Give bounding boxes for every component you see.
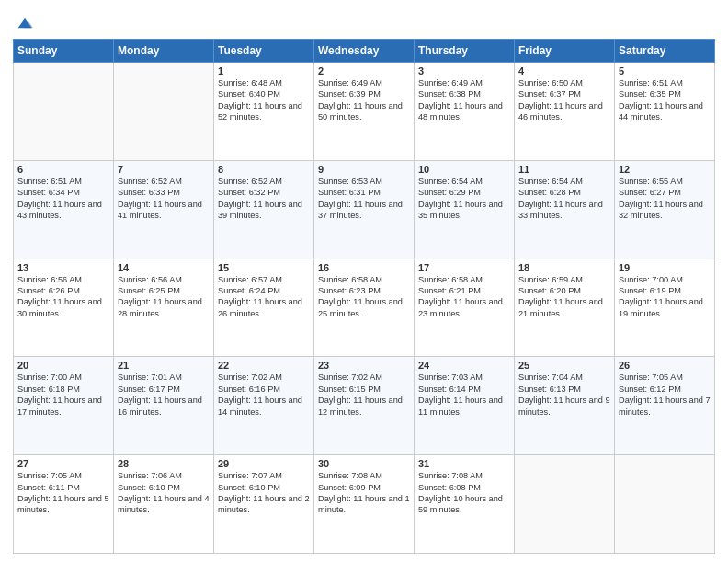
cell-info: Sunrise: 6:56 AM Sunset: 6:25 PM Dayligh… xyxy=(118,274,210,320)
cell-info: Sunrise: 7:02 AM Sunset: 6:16 PM Dayligh… xyxy=(218,372,310,418)
cell-info: Sunrise: 6:51 AM Sunset: 6:34 PM Dayligh… xyxy=(17,176,109,222)
day-header-thursday: Thursday xyxy=(415,40,515,63)
day-number: 11 xyxy=(518,164,610,175)
day-number: 24 xyxy=(418,360,510,371)
cell-info: Sunrise: 6:52 AM Sunset: 6:33 PM Dayligh… xyxy=(118,176,210,222)
week-row-3: 13Sunrise: 6:56 AM Sunset: 6:26 PM Dayli… xyxy=(14,259,715,357)
calendar-cell: 2Sunrise: 6:49 AM Sunset: 6:39 PM Daylig… xyxy=(314,63,415,161)
cell-info: Sunrise: 6:49 AM Sunset: 6:39 PM Dayligh… xyxy=(318,77,410,123)
calendar-cell: 1Sunrise: 6:48 AM Sunset: 6:40 PM Daylig… xyxy=(214,63,314,161)
calendar-cell: 17Sunrise: 6:58 AM Sunset: 6:21 PM Dayli… xyxy=(415,259,515,357)
day-header-tuesday: Tuesday xyxy=(214,40,314,63)
week-row-4: 20Sunrise: 7:00 AM Sunset: 6:18 PM Dayli… xyxy=(14,357,715,455)
day-header-monday: Monday xyxy=(114,40,214,63)
day-number: 30 xyxy=(318,458,410,469)
day-number: 8 xyxy=(218,164,310,175)
calendar-cell: 8Sunrise: 6:52 AM Sunset: 6:32 PM Daylig… xyxy=(214,160,314,259)
day-number: 19 xyxy=(619,262,711,273)
week-row-5: 27Sunrise: 7:05 AM Sunset: 6:11 PM Dayli… xyxy=(14,455,715,554)
day-number: 22 xyxy=(218,360,310,371)
page: SundayMondayTuesdayWednesdayThursdayFrid… xyxy=(0,0,728,563)
calendar-cell: 24Sunrise: 7:03 AM Sunset: 6:14 PM Dayli… xyxy=(415,357,515,455)
calendar-cell: 12Sunrise: 6:55 AM Sunset: 6:27 PM Dayli… xyxy=(615,160,715,259)
cell-info: Sunrise: 7:00 AM Sunset: 6:18 PM Dayligh… xyxy=(17,372,109,418)
cell-info: Sunrise: 7:03 AM Sunset: 6:14 PM Dayligh… xyxy=(418,372,510,418)
day-header-friday: Friday xyxy=(515,40,615,63)
calendar-cell: 26Sunrise: 7:05 AM Sunset: 6:12 PM Dayli… xyxy=(615,357,715,455)
calendar-cell: 29Sunrise: 7:07 AM Sunset: 6:10 PM Dayli… xyxy=(214,455,314,554)
cell-info: Sunrise: 7:08 AM Sunset: 6:08 PM Dayligh… xyxy=(418,470,510,516)
calendar-cell: 28Sunrise: 7:06 AM Sunset: 6:10 PM Dayli… xyxy=(114,455,214,554)
cell-info: Sunrise: 7:01 AM Sunset: 6:17 PM Dayligh… xyxy=(118,372,210,418)
calendar-cell: 21Sunrise: 7:01 AM Sunset: 6:17 PM Dayli… xyxy=(114,357,214,455)
calendar-cell: 3Sunrise: 6:49 AM Sunset: 6:38 PM Daylig… xyxy=(415,63,515,161)
day-number: 25 xyxy=(518,360,610,371)
day-header-saturday: Saturday xyxy=(615,40,715,63)
cell-info: Sunrise: 6:50 AM Sunset: 6:37 PM Dayligh… xyxy=(518,77,610,123)
calendar-cell xyxy=(515,455,615,554)
day-of-week-row: SundayMondayTuesdayWednesdayThursdayFrid… xyxy=(14,40,715,63)
cell-info: Sunrise: 6:55 AM Sunset: 6:27 PM Dayligh… xyxy=(619,176,711,222)
cell-info: Sunrise: 7:02 AM Sunset: 6:15 PM Dayligh… xyxy=(318,372,410,418)
cell-info: Sunrise: 6:51 AM Sunset: 6:35 PM Dayligh… xyxy=(619,77,711,123)
day-number: 23 xyxy=(318,360,410,371)
cell-info: Sunrise: 6:48 AM Sunset: 6:40 PM Dayligh… xyxy=(218,77,310,123)
cell-info: Sunrise: 6:58 AM Sunset: 6:21 PM Dayligh… xyxy=(418,274,510,320)
cell-info: Sunrise: 6:54 AM Sunset: 6:28 PM Dayligh… xyxy=(518,176,610,222)
calendar-cell: 6Sunrise: 6:51 AM Sunset: 6:34 PM Daylig… xyxy=(14,160,114,259)
calendar-cell: 22Sunrise: 7:02 AM Sunset: 6:16 PM Dayli… xyxy=(214,357,314,455)
cell-info: Sunrise: 6:59 AM Sunset: 6:20 PM Dayligh… xyxy=(518,274,610,320)
calendar-cell: 15Sunrise: 6:57 AM Sunset: 6:24 PM Dayli… xyxy=(214,259,314,357)
cell-info: Sunrise: 6:53 AM Sunset: 6:31 PM Dayligh… xyxy=(318,176,410,222)
calendar-cell: 13Sunrise: 6:56 AM Sunset: 6:26 PM Dayli… xyxy=(14,259,114,357)
day-header-wednesday: Wednesday xyxy=(314,40,415,63)
day-number: 29 xyxy=(218,458,310,469)
day-number: 16 xyxy=(318,262,410,273)
calendar-cell xyxy=(114,63,214,161)
week-row-2: 6Sunrise: 6:51 AM Sunset: 6:34 PM Daylig… xyxy=(14,160,715,259)
calendar-body: 1Sunrise: 6:48 AM Sunset: 6:40 PM Daylig… xyxy=(14,63,715,554)
calendar-cell: 27Sunrise: 7:05 AM Sunset: 6:11 PM Dayli… xyxy=(14,455,114,554)
cell-info: Sunrise: 6:57 AM Sunset: 6:24 PM Dayligh… xyxy=(218,274,310,320)
day-header-sunday: Sunday xyxy=(14,40,114,63)
cell-info: Sunrise: 7:00 AM Sunset: 6:19 PM Dayligh… xyxy=(619,274,711,320)
calendar-cell: 19Sunrise: 7:00 AM Sunset: 6:19 PM Dayli… xyxy=(615,259,715,357)
week-row-1: 1Sunrise: 6:48 AM Sunset: 6:40 PM Daylig… xyxy=(14,63,715,161)
calendar-cell: 11Sunrise: 6:54 AM Sunset: 6:28 PM Dayli… xyxy=(515,160,615,259)
cell-info: Sunrise: 7:04 AM Sunset: 6:13 PM Dayligh… xyxy=(518,372,610,418)
day-number: 15 xyxy=(218,262,310,273)
day-number: 4 xyxy=(518,65,610,76)
cell-info: Sunrise: 7:06 AM Sunset: 6:10 PM Dayligh… xyxy=(118,470,210,516)
day-number: 18 xyxy=(518,262,610,273)
day-number: 20 xyxy=(17,360,109,371)
day-number: 6 xyxy=(17,164,109,175)
day-number: 31 xyxy=(418,458,510,469)
calendar-cell: 31Sunrise: 7:08 AM Sunset: 6:08 PM Dayli… xyxy=(415,455,515,554)
calendar-cell: 16Sunrise: 6:58 AM Sunset: 6:23 PM Dayli… xyxy=(314,259,415,357)
day-number: 3 xyxy=(418,65,510,76)
header xyxy=(13,9,715,33)
calendar-cell xyxy=(615,455,715,554)
calendar-cell: 4Sunrise: 6:50 AM Sunset: 6:37 PM Daylig… xyxy=(515,63,615,161)
calendar-cell: 18Sunrise: 6:59 AM Sunset: 6:20 PM Dayli… xyxy=(515,259,615,357)
cell-info: Sunrise: 7:07 AM Sunset: 6:10 PM Dayligh… xyxy=(218,470,310,516)
cell-info: Sunrise: 7:08 AM Sunset: 6:09 PM Dayligh… xyxy=(318,470,410,516)
day-number: 13 xyxy=(17,262,109,273)
calendar-cell: 30Sunrise: 7:08 AM Sunset: 6:09 PM Dayli… xyxy=(314,455,415,554)
calendar-cell: 7Sunrise: 6:52 AM Sunset: 6:33 PM Daylig… xyxy=(114,160,214,259)
cell-info: Sunrise: 6:54 AM Sunset: 6:29 PM Dayligh… xyxy=(418,176,510,222)
day-number: 27 xyxy=(17,458,109,469)
day-number: 26 xyxy=(619,360,711,371)
logo xyxy=(13,13,35,33)
day-number: 12 xyxy=(619,164,711,175)
day-number: 10 xyxy=(418,164,510,175)
day-number: 7 xyxy=(118,164,210,175)
cell-info: Sunrise: 7:05 AM Sunset: 6:12 PM Dayligh… xyxy=(619,372,711,418)
calendar-cell: 25Sunrise: 7:04 AM Sunset: 6:13 PM Dayli… xyxy=(515,357,615,455)
cell-info: Sunrise: 6:49 AM Sunset: 6:38 PM Dayligh… xyxy=(418,77,510,123)
day-number: 1 xyxy=(218,65,310,76)
logo-icon xyxy=(15,13,35,33)
calendar-cell: 10Sunrise: 6:54 AM Sunset: 6:29 PM Dayli… xyxy=(415,160,515,259)
calendar-table: SundayMondayTuesdayWednesdayThursdayFrid… xyxy=(13,39,715,554)
cell-info: Sunrise: 7:05 AM Sunset: 6:11 PM Dayligh… xyxy=(17,470,109,516)
